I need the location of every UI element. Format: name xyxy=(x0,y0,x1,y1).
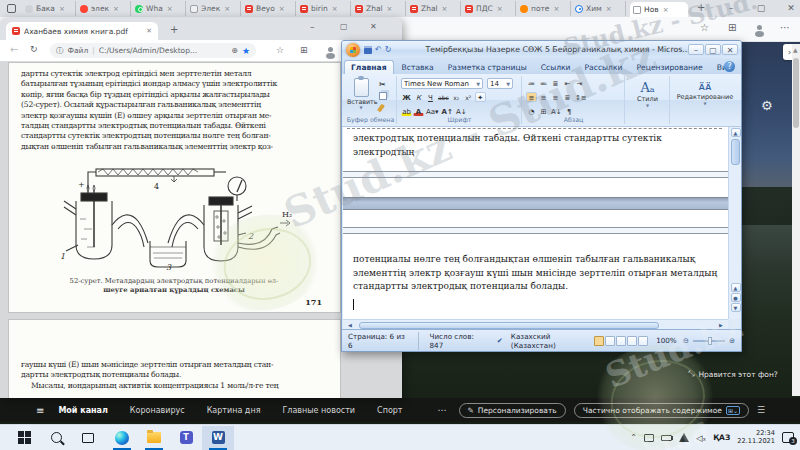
close-button[interactable]: ✕ xyxy=(370,22,377,31)
close-button[interactable]: ✕ xyxy=(778,0,800,16)
status-word-count[interactable]: Число слов: 847 xyxy=(418,332,486,350)
redo-icon[interactable]: ↻ xyxy=(385,45,392,54)
status-page-indicator[interactable]: Страница: 6 из 6 xyxy=(348,332,408,350)
browser-tab-11[interactable]: Хим × xyxy=(572,1,626,16)
draft-view-icon[interactable] xyxy=(638,336,648,346)
zoom-in-icon[interactable]: ⊕ xyxy=(729,336,735,345)
tab-close-icon[interactable]: × xyxy=(442,5,448,13)
align-left-icon[interactable]: ≡ xyxy=(526,92,537,102)
back-icon[interactable]: ← xyxy=(10,44,18,55)
ribbon-tab-mailings[interactable]: Рассылки xyxy=(579,61,629,74)
maximize-button[interactable]: ▢ xyxy=(748,0,774,16)
superscript-button[interactable]: x² xyxy=(463,92,474,102)
collections-icon[interactable]: ⊞ xyxy=(728,22,736,33)
word-horizontal-scrollbar[interactable]: ◀ ▶ xyxy=(343,319,728,329)
maximize-button[interactable]: ▢ xyxy=(705,44,721,55)
scroll-left-icon[interactable]: ◀ xyxy=(345,322,355,329)
zoom-slider[interactable] xyxy=(693,340,725,342)
word-document-area[interactable]: электродтық потенциалын табады. Өйткені … xyxy=(343,127,728,319)
bold-button[interactable]: Ж xyxy=(401,92,412,102)
styles-button[interactable]: Aa Стили ▼ xyxy=(626,80,669,108)
news-tab-coronavirus[interactable]: Коронавирус xyxy=(130,406,185,415)
tab-close-icon[interactable]: × xyxy=(497,5,503,13)
personalize-button[interactable]: ✎ Персонализировать xyxy=(459,403,566,418)
paste-button[interactable]: Вставить ▼ xyxy=(347,78,375,110)
show-marks-icon[interactable]: ¶ xyxy=(564,106,575,116)
sort-icon[interactable]: А↓ xyxy=(550,106,563,116)
ribbon-tab-references[interactable]: Ссылки xyxy=(535,61,577,74)
select-browse-object-icon[interactable]: ● xyxy=(731,293,741,302)
ribbon-tab-page-layout[interactable]: Разметка страницы xyxy=(442,61,533,74)
zoom-out-icon[interactable]: ⊖ xyxy=(683,336,689,345)
help-icon[interactable]: ? xyxy=(724,61,735,72)
news-tab-picture-of-day[interactable]: Картина дня xyxy=(207,406,261,415)
language-indicator[interactable]: ҚАЗ xyxy=(713,433,730,442)
word-title-bar[interactable]: ↶ ↻ Темірбекқызы Назерке СӨЖ 5 Бейоргани… xyxy=(342,41,741,58)
bullets-icon[interactable]: ≔ xyxy=(526,78,537,88)
copy-icon[interactable] xyxy=(379,92,387,100)
save-icon[interactable] xyxy=(364,46,372,54)
tab-close-icon[interactable]: × xyxy=(167,5,173,13)
office-button[interactable] xyxy=(346,43,360,57)
news-tab-my-channel[interactable]: Мой канал xyxy=(58,406,107,415)
status-language[interactable]: Казахский (Казахстан) xyxy=(511,332,593,350)
next-object-icon[interactable]: ▼ xyxy=(731,303,741,312)
browser-tab-active-newtab[interactable]: Нов × xyxy=(630,2,688,17)
wifi-icon[interactable] xyxy=(679,433,689,442)
tablet-mode-icon[interactable] xyxy=(644,434,654,442)
taskbar-word-button[interactable]: W xyxy=(202,426,234,450)
scrollbar-thumb[interactable] xyxy=(731,139,740,165)
browser-tab-6[interactable]: birin × xyxy=(297,1,351,16)
tray-chevron-icon[interactable]: ⌃ xyxy=(630,433,637,442)
increase-indent-icon[interactable]: ⇥ xyxy=(574,78,585,88)
numbering-icon[interactable]: ≕ xyxy=(538,78,549,88)
decrease-indent-icon[interactable]: ⇤ xyxy=(562,78,573,88)
browser-tab-5[interactable]: Beyo × xyxy=(242,1,296,16)
taskbar-explorer-button[interactable] xyxy=(138,426,170,450)
line-spacing-icon[interactable]: ↕≡ xyxy=(574,92,588,102)
more-menu-icon[interactable]: ⋯ xyxy=(780,22,790,33)
maximize-button[interactable]: ▢ xyxy=(340,22,348,31)
web-layout-view-icon[interactable] xyxy=(616,336,626,346)
taskbar-edge-button[interactable] xyxy=(106,426,138,450)
browser-tab-7[interactable]: Zhal × xyxy=(352,1,406,16)
favorites-bar-icon[interactable]: ☆ xyxy=(700,22,709,33)
browser-tab-2[interactable]: элек × xyxy=(77,1,131,16)
zoom-slider-thumb[interactable] xyxy=(708,337,712,345)
font-name-combo[interactable]: Times New Roman▼ xyxy=(401,78,483,89)
font-color-button[interactable]: А xyxy=(413,106,424,116)
hamburger-menu-icon[interactable]: ≡ xyxy=(36,405,44,416)
font-size-combo[interactable]: 14▼ xyxy=(487,78,513,89)
task-view-button[interactable] xyxy=(72,426,104,450)
taskbar-clock[interactable]: 22:34 22.11.2021 xyxy=(737,430,775,445)
news-tab-sport[interactable]: Спорт xyxy=(377,406,402,415)
tab-close-icon[interactable]: × xyxy=(663,6,669,14)
tab-close-icon[interactable]: × xyxy=(332,5,338,13)
strikethrough-button[interactable]: abc xyxy=(437,92,450,102)
page-scrollbar[interactable]: ▲ xyxy=(792,44,800,396)
scrollbar-thumb[interactable] xyxy=(359,322,659,329)
scrollbar-thumb[interactable] xyxy=(793,58,799,128)
borders-icon[interactable]: ⊞ xyxy=(538,106,549,116)
scroll-up-icon[interactable]: ▲ xyxy=(731,128,741,137)
page-info-icon[interactable]: ⓘ xyxy=(56,46,64,56)
start-button[interactable] xyxy=(8,426,40,450)
italic-button[interactable]: К xyxy=(413,92,424,102)
refresh-icon[interactable]: ↻ xyxy=(30,44,38,54)
tab-close-icon[interactable]: × xyxy=(59,5,65,13)
change-case-button[interactable]: Аа▾ xyxy=(425,106,440,116)
shading-icon[interactable]: ◔ xyxy=(526,106,537,116)
grow-font-button[interactable]: А↑ xyxy=(441,106,454,116)
ribbon-tab-review[interactable]: Рецензирование xyxy=(630,61,708,74)
fullscreen-view-icon[interactable] xyxy=(605,336,615,346)
browser-tab-10[interactable]: поте × xyxy=(517,1,571,16)
tab-close-icon[interactable]: ✕ xyxy=(146,27,152,35)
ribbon-tab-insert[interactable]: Вставка xyxy=(396,61,440,74)
list-view-icon[interactable]: ☰ xyxy=(757,405,765,415)
pdf-document-tab[interactable]: Аханбаев химия книга.pdf ✕ xyxy=(6,22,158,40)
print-layout-view-icon[interactable] xyxy=(594,336,604,346)
shrink-font-button[interactable]: А↓ xyxy=(455,106,468,116)
align-right-icon[interactable]: ≡ xyxy=(550,92,561,102)
editing-button[interactable]: ᴀ̈ᴀ̈ Редактирование ▼ xyxy=(671,80,739,106)
scrollbar-up-arrow-icon[interactable]: ▲ xyxy=(793,46,798,53)
